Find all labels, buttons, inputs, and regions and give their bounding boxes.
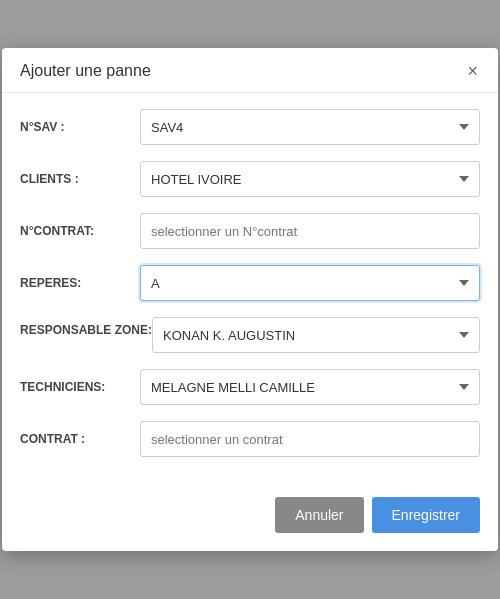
select-clients[interactable]: HOTEL IVOIRE (140, 161, 480, 197)
select-techniciens[interactable]: MELAGNE MELLI CAMILLE (140, 369, 480, 405)
input-contrat[interactable] (140, 421, 480, 457)
form-row-n-sav: N°SAV : SAV4 (20, 109, 480, 145)
form-row-responsable-zone: RESPONSABLE ZONE: KONAN K. AUGUSTIN (20, 317, 480, 353)
close-button[interactable]: × (465, 62, 480, 80)
form-row-contrat: CONTRAT : (20, 421, 480, 457)
label-n-sav: N°SAV : (20, 120, 140, 134)
modal-header: Ajouter une panne × (2, 48, 498, 93)
form-row-clients: CLIENTS : HOTEL IVOIRE (20, 161, 480, 197)
cancel-button[interactable]: Annuler (275, 497, 363, 533)
form-row-techniciens: TECHNICIENS: MELAGNE MELLI CAMILLE (20, 369, 480, 405)
label-clients: CLIENTS : (20, 172, 140, 186)
label-responsable-zone: RESPONSABLE ZONE: (20, 317, 152, 337)
save-button[interactable]: Enregistrer (372, 497, 480, 533)
select-responsable-zone[interactable]: KONAN K. AUGUSTIN (152, 317, 480, 353)
form-row-reperes: REPERES: A (20, 265, 480, 301)
select-reperes[interactable]: A (140, 265, 480, 301)
form-row-n-contrat: N°CONTRAT: (20, 213, 480, 249)
modal-title: Ajouter une panne (20, 62, 151, 80)
input-n-contrat[interactable] (140, 213, 480, 249)
select-n-sav[interactable]: SAV4 (140, 109, 480, 145)
label-techniciens: TECHNICIENS: (20, 380, 140, 394)
modal-dialog: Ajouter une panne × N°SAV : SAV4 CLIENTS… (2, 48, 498, 551)
modal-overlay: Ajouter une panne × N°SAV : SAV4 CLIENTS… (0, 0, 500, 599)
label-reperes: REPERES: (20, 276, 140, 290)
label-contrat: CONTRAT : (20, 432, 140, 446)
label-n-contrat: N°CONTRAT: (20, 224, 140, 238)
modal-footer: Annuler Enregistrer (2, 483, 498, 551)
modal-body: N°SAV : SAV4 CLIENTS : HOTEL IVOIRE N°CO… (2, 93, 498, 483)
